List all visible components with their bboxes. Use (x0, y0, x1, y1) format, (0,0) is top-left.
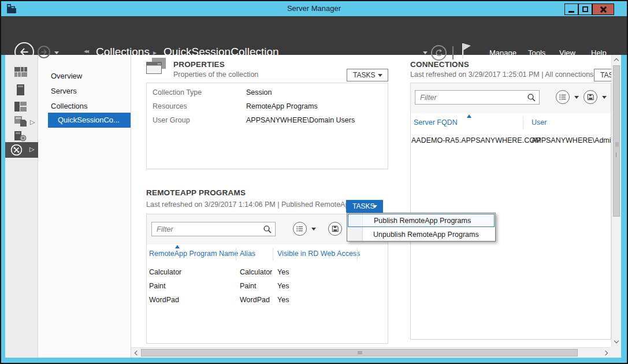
titlebar: Server Manager (1, 1, 627, 16)
column-header-visible[interactable]: Visible in RD Web Access (277, 250, 360, 258)
column-separator (357, 248, 358, 261)
forward-button[interactable] (38, 46, 50, 58)
scrollbar-corner (611, 347, 621, 358)
menu-item-publish-remoteapp[interactable]: Publish RemoteApp Programs (348, 214, 495, 227)
properties-tile: Collection Type Session Resources Remote… (146, 83, 388, 169)
properties-subtitle: Properties of the collection (173, 70, 258, 79)
nav-item-servers[interactable]: Servers (51, 87, 77, 96)
save-icon (587, 94, 594, 101)
forward-arrow-icon (40, 48, 48, 56)
properties-title: PROPERTIES (173, 60, 225, 69)
history-dropdown-caret[interactable] (54, 51, 59, 54)
media-services-icon[interactable] (14, 131, 27, 142)
expand-arrow-icon[interactable]: ▷ (30, 118, 35, 126)
tasks-dropdown-menu: Publish RemoteApp Programs Unpublish Rem… (347, 213, 496, 242)
connections-filter-input[interactable] (415, 90, 540, 105)
remoteapp-list-options-button[interactable] (293, 222, 307, 236)
horizontal-scrollbar[interactable] (131, 347, 611, 358)
breadcrumb-current: QuickSessionCollection (163, 46, 279, 58)
nav-item-collections[interactable]: Collections (51, 102, 88, 111)
maximize-button[interactable] (578, 3, 592, 15)
column-header-program-name[interactable]: RemoteApp Program Name (149, 250, 238, 258)
menu-item-unpublish-remoteapp[interactable]: Unpublish RemoteApp Programs (348, 228, 495, 242)
all-servers-icon[interactable] (14, 102, 27, 112)
column-separator (273, 248, 273, 261)
property-label: Resources (153, 102, 187, 110)
connections-list-options-button[interactable] (556, 90, 570, 104)
column-separator (236, 248, 236, 261)
nav-item-quicksessioncollection-selected[interactable]: QuickSessionCo... (48, 113, 131, 128)
connections-subtitle: Last refreshed on 3/29/2017 1:25:01 PM |… (410, 70, 604, 79)
scroll-down-icon[interactable] (614, 339, 619, 343)
vertical-scrollbar-thumb[interactable] (613, 65, 620, 217)
chevron-down-icon[interactable] (311, 228, 316, 231)
minimize-icon (568, 11, 574, 13)
back-button[interactable] (14, 42, 34, 62)
breadcrumb-collections[interactable]: Collections (96, 46, 150, 58)
menu-view[interactable]: View (559, 48, 575, 58)
refresh-button[interactable] (431, 45, 447, 61)
breadcrumb-separator-icon: ▸ (153, 49, 157, 57)
property-label: User Group (153, 116, 190, 124)
sort-ascending-icon (467, 114, 471, 118)
file-and-storage-services-icon[interactable] (14, 116, 27, 127)
rds-nav-pane: Overview Servers Collections QuickSessio… (38, 55, 131, 358)
toolbar-separator (452, 46, 454, 60)
window-border-right (621, 16, 627, 363)
chevron-down-icon[interactable] (574, 96, 579, 99)
window-border-left (1, 16, 5, 363)
sidebar-icon-strip: ▷ ▷ (5, 55, 38, 358)
server-manager-window: Server Manager ◂◂ Collections ▸ QuickSes… (0, 0, 628, 364)
menu-help[interactable]: Help (591, 48, 607, 58)
minimize-button[interactable] (564, 3, 578, 15)
refresh-icon (434, 48, 444, 58)
connections-save-options-button[interactable] (584, 90, 597, 104)
chevron-down-icon (378, 74, 382, 77)
close-button[interactable] (592, 3, 614, 15)
list-icon (296, 225, 304, 233)
vertical-scrollbar[interactable] (611, 55, 621, 347)
local-server-icon[interactable] (17, 84, 24, 95)
remoteapp-subtitle: Last refreshed on 3/29/2017 1:14:06 PM |… (146, 200, 355, 209)
scroll-right-icon[interactable] (603, 351, 608, 355)
remoteapp-save-options-button[interactable] (328, 222, 342, 236)
connections-title: CONNECTIONS (410, 60, 469, 69)
remoteapp-title: REMOTEAPP PROGRAMS (146, 188, 246, 197)
properties-tile-icon (146, 58, 167, 75)
remote-desktop-services-icon (10, 144, 23, 156)
expand-arrow-icon[interactable]: ▷ (29, 146, 34, 153)
column-header-server-fqdn[interactable]: Server FQDN (414, 118, 458, 127)
search-icon[interactable] (263, 225, 272, 234)
back-arrow-icon (18, 46, 30, 58)
sort-ascending-icon (175, 245, 180, 248)
scroll-up-icon[interactable] (614, 58, 619, 63)
scroll-left-icon[interactable] (135, 351, 139, 355)
window-title: Server Manager (1, 1, 627, 16)
nav-item-overview[interactable]: Overview (51, 72, 82, 81)
remote-desktop-services-selected[interactable]: ▷ (5, 142, 38, 158)
address-dropdown-caret[interactable] (423, 51, 428, 54)
chevron-down-icon (373, 205, 377, 208)
menu-tools[interactable]: Tools (528, 48, 545, 58)
save-icon (332, 225, 339, 233)
maximize-icon (582, 6, 588, 12)
remoteapp-filter-input[interactable] (151, 222, 276, 236)
list-icon (559, 93, 567, 101)
column-separator (523, 117, 523, 129)
window-border-bottom (1, 358, 627, 363)
search-icon[interactable] (527, 93, 536, 102)
property-label: Collection Type (153, 88, 202, 96)
column-header-user[interactable]: User (532, 118, 547, 127)
notifications-flag-icon[interactable] (460, 42, 473, 60)
properties-tasks-button[interactable]: TASKS (347, 69, 388, 81)
remoteapp-tasks-button[interactable]: TASKS (346, 200, 383, 213)
property-value: APPSANYWHERE\Domain Users (246, 116, 355, 124)
column-header-alias[interactable]: Alias (240, 250, 255, 258)
horizontal-scrollbar-thumb[interactable] (141, 349, 578, 356)
menu-manage[interactable]: Manage (489, 48, 516, 58)
chevron-down-icon[interactable] (602, 96, 607, 99)
property-value: Session (246, 88, 272, 96)
breadcrumb-chevrons-icon: ◂◂ (84, 47, 88, 55)
dashboard-icon[interactable] (14, 67, 27, 77)
property-value: RemoteApp Programs (246, 102, 318, 110)
